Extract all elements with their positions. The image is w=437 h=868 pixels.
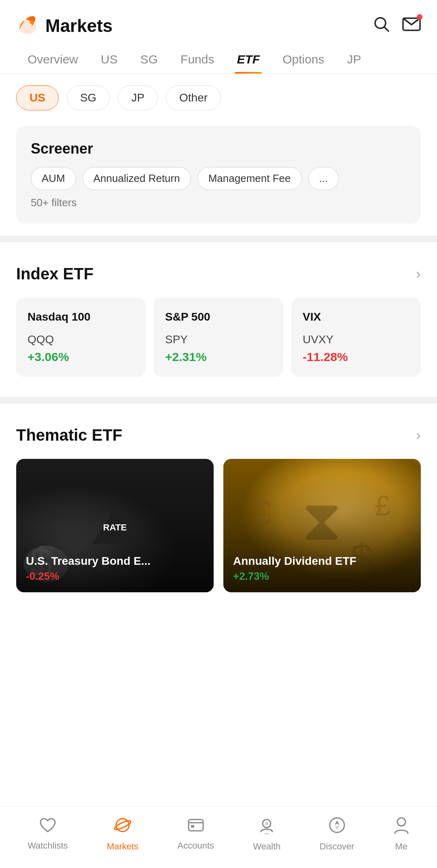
thematic-etf-header: Thematic ETF ›: [0, 412, 437, 452]
wealth-icon: [258, 816, 276, 838]
nav-markets[interactable]: Markets: [107, 816, 138, 852]
nav-discover[interactable]: Discover: [320, 816, 354, 852]
heart-icon: [39, 817, 57, 837]
tab-us[interactable]: US: [89, 45, 129, 74]
nav-watchlists-label: Watchlists: [28, 841, 68, 851]
svg-marker-22: [335, 825, 339, 830]
nav-wealth[interactable]: Wealth: [253, 816, 280, 852]
screener-filters: AUM Annualized Return Management Fee ...: [31, 167, 406, 190]
notification-badge: [417, 14, 422, 20]
section-divider-1: [0, 236, 437, 242]
subtab-sg[interactable]: SG: [67, 85, 110, 110]
tab-funds[interactable]: Funds: [169, 45, 225, 74]
etf-card-qqq[interactable]: Nasdaq 100 QQQ +3.06%: [16, 298, 146, 377]
index-etf-more-arrow[interactable]: ›: [416, 266, 421, 283]
index-etf-header: Index ETF ›: [0, 250, 437, 291]
etf-name-qqq: Nasdaq 100: [28, 310, 134, 323]
etf-name-uvxy: VIX: [303, 310, 409, 323]
screener-title: Screener: [31, 140, 406, 157]
compass-icon: [328, 816, 346, 838]
tab-sg[interactable]: SG: [129, 45, 169, 74]
thematic-card-change-treasury: -0.25%: [26, 570, 204, 583]
bottom-nav-spacer: [0, 617, 437, 681]
screener-count: 50+ filters: [31, 196, 406, 209]
sub-tabs: US SG JP Other: [0, 74, 437, 122]
svg-point-23: [397, 818, 405, 826]
filter-management-fee[interactable]: Management Fee: [197, 167, 302, 190]
index-etf-cards: Nasdaq 100 QQQ +3.06% S&P 500 SPY +2.31%…: [0, 291, 437, 389]
thematic-etf-more-arrow[interactable]: ›: [416, 427, 421, 444]
etf-change-uvxy: -11.28%: [303, 350, 409, 364]
etf-change-qqq: +3.06%: [28, 350, 134, 364]
svg-rect-17: [191, 825, 194, 828]
nav-markets-label: Markets: [107, 841, 138, 852]
bottom-nav: Watchlists Markets Accounts: [0, 806, 437, 868]
thematic-card-treasury[interactable]: $ RATE U.S. Treasury Bond E... -0.25%: [16, 459, 214, 592]
filter-annualized-return[interactable]: Annualized Return: [83, 167, 191, 190]
subtab-other[interactable]: Other: [166, 85, 221, 110]
nav-accounts-label: Accounts: [178, 841, 214, 851]
rate-badge: RATE: [93, 507, 137, 544]
filter-aum[interactable]: AUM: [31, 167, 76, 190]
mail-icon[interactable]: [402, 16, 421, 36]
nav-me[interactable]: Me: [393, 816, 409, 852]
nav-me-label: Me: [395, 841, 408, 852]
page-title: Markets: [45, 16, 112, 36]
rate-label: RATE: [103, 522, 127, 533]
nav-wealth-label: Wealth: [253, 841, 280, 852]
thematic-etf-cards: $ RATE U.S. Treasury Bond E... -0.25%: [0, 452, 437, 617]
svg-rect-16: [189, 819, 203, 831]
treasury-card-content: U.S. Treasury Bond E... -0.25%: [16, 545, 214, 592]
header-left: Markets: [16, 15, 112, 37]
dividend-card-content: Annually Dividend ETF +2.73%: [223, 545, 421, 592]
svg-point-1: [30, 20, 34, 24]
svg-line-3: [384, 27, 388, 31]
thematic-card-dividend[interactable]: ⧗ $ € £ Annually Dividend ETF +2.73%: [223, 459, 421, 592]
etf-ticker-spy: SPY: [165, 333, 272, 346]
planet-icon: [114, 816, 132, 838]
thematic-card-title-treasury: U.S. Treasury Bond E...: [26, 555, 204, 568]
svg-point-20: [330, 818, 344, 832]
filter-more[interactable]: ...: [308, 167, 339, 190]
tab-overview[interactable]: Overview: [16, 45, 89, 74]
screener-card: Screener AUM Annualized Return Managemen…: [16, 126, 421, 224]
etf-card-spy[interactable]: S&P 500 SPY +2.31%: [154, 298, 283, 377]
header: Markets: [0, 0, 437, 45]
nav-accounts[interactable]: Accounts: [178, 817, 214, 851]
search-icon[interactable]: [373, 16, 390, 36]
etf-card-uvxy[interactable]: VIX UVXY -11.28%: [291, 298, 421, 377]
etf-change-spy: +2.31%: [165, 350, 272, 364]
index-etf-title: Index ETF: [16, 265, 93, 283]
tab-etf[interactable]: ETF: [225, 45, 271, 74]
thematic-etf-title: Thematic ETF: [16, 426, 122, 444]
nav-watchlists[interactable]: Watchlists: [28, 817, 68, 851]
etf-ticker-uvxy: UVXY: [303, 333, 409, 346]
etf-name-spy: S&P 500: [165, 310, 272, 323]
svg-point-19: [265, 822, 268, 825]
nav-tabs: Overview US SG Funds ETF Options JP: [0, 45, 437, 74]
app-logo: [16, 15, 39, 37]
subtab-jp[interactable]: JP: [118, 85, 158, 110]
thematic-card-title-dividend: Annually Dividend ETF: [233, 555, 411, 568]
subtab-us[interactable]: US: [16, 85, 59, 110]
etf-ticker-qqq: QQQ: [28, 333, 134, 346]
section-divider-2: [0, 397, 437, 403]
person-icon: [393, 816, 409, 838]
tab-options[interactable]: Options: [271, 45, 335, 74]
thematic-card-change-dividend: +2.73%: [233, 570, 411, 583]
tab-jp[interactable]: JP: [336, 45, 373, 74]
svg-marker-21: [335, 820, 339, 825]
header-right: [373, 16, 421, 36]
accounts-icon: [187, 817, 205, 837]
nav-discover-label: Discover: [320, 841, 354, 852]
